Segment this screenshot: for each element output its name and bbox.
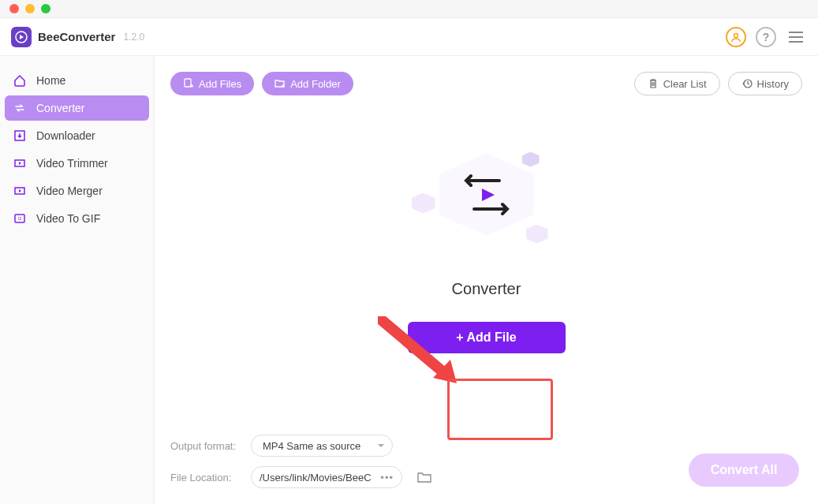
converter-icon: [13, 101, 27, 115]
sidebar-item-downloader[interactable]: Downloader: [5, 123, 149, 148]
sidebar: Home Converter Downloader Video Trimmer …: [0, 56, 155, 504]
titlebar: [0, 0, 818, 18]
gif-icon: G: [13, 211, 27, 226]
app-name: BeeConverter: [38, 30, 115, 43]
merger-icon: [13, 184, 27, 198]
file-location-path: /Users/link/Movies/BeeC: [260, 472, 374, 483]
user-icon: [726, 27, 746, 47]
sidebar-item-label: Converter: [36, 102, 84, 114]
help-icon: ?: [756, 27, 776, 47]
hex-decoration-icon: [526, 225, 548, 244]
annotation-highlight-box: [447, 379, 553, 440]
convert-all-button[interactable]: Convert All: [689, 454, 799, 487]
add-files-button[interactable]: Add Files: [170, 72, 254, 95]
minimize-window-button[interactable]: [25, 4, 35, 13]
clear-list-button[interactable]: Clear List: [634, 72, 720, 95]
help-button[interactable]: ?: [755, 26, 777, 48]
output-format-select[interactable]: MP4 Same as source: [251, 435, 393, 457]
header: BeeConverter 1.2.0 ?: [0, 18, 818, 56]
sidebar-item-merger[interactable]: Video Merger: [5, 178, 149, 203]
svg-marker-1: [20, 35, 24, 39]
menu-button[interactable]: [785, 26, 807, 48]
sidebar-item-gif[interactable]: G Video To GIF: [5, 206, 149, 231]
content-area: Add Files Add Folder Clear List History: [155, 56, 818, 504]
file-location-label: File Location:: [170, 472, 240, 483]
svg-marker-14: [433, 360, 457, 383]
app-logo-icon: [11, 27, 32, 47]
empty-state: Converter + Add File: [155, 95, 818, 435]
folder-icon: [417, 471, 431, 483]
user-account-button[interactable]: [725, 26, 747, 48]
hex-decoration-icon: [522, 152, 540, 167]
svg-text:G: G: [18, 216, 22, 221]
file-location-box: /Users/link/Movies/BeeC •••: [251, 466, 402, 488]
toolbar: Add Files Add Folder Clear List History: [155, 56, 818, 95]
svg-rect-10: [185, 79, 191, 87]
button-label: Clear List: [663, 78, 707, 90]
hamburger-icon: [789, 32, 803, 43]
select-value: MP4 Same as source: [263, 440, 360, 452]
empty-state-heading: Converter: [452, 280, 521, 298]
trimmer-icon: [13, 156, 27, 170]
sidebar-item-home[interactable]: Home: [5, 68, 149, 93]
sidebar-item-label: Video Merger: [36, 185, 103, 197]
sidebar-item-label: Home: [36, 74, 65, 87]
svg-marker-7: [19, 189, 21, 192]
output-format-label: Output format:: [170, 440, 240, 452]
file-plus-icon: [183, 78, 194, 89]
sidebar-item-trimmer[interactable]: Video Trimmer: [5, 151, 149, 176]
close-window-button[interactable]: [9, 4, 19, 13]
svg-marker-13: [482, 189, 495, 201]
sidebar-item-label: Downloader: [36, 129, 95, 142]
open-folder-button[interactable]: [413, 466, 435, 488]
folder-plus-icon: [275, 78, 286, 89]
history-icon: [741, 78, 753, 89]
maximize-window-button[interactable]: [41, 4, 50, 13]
sidebar-item-converter[interactable]: Converter: [5, 95, 149, 121]
hex-main-icon: [439, 154, 534, 236]
home-icon: [13, 73, 27, 88]
app-version: 1.2.0: [123, 32, 144, 43]
hero-graphic: [408, 146, 566, 264]
browse-path-button[interactable]: •••: [380, 472, 394, 483]
downloader-icon: [13, 129, 27, 143]
bottom-bar: Output format: MP4 Same as source File L…: [155, 435, 818, 504]
add-file-button[interactable]: + Add File: [408, 322, 566, 353]
history-button[interactable]: History: [728, 72, 802, 95]
add-folder-button[interactable]: Add Folder: [262, 72, 353, 95]
hex-decoration-icon: [412, 193, 435, 214]
svg-point-2: [734, 33, 738, 37]
button-label: Add Files: [199, 78, 241, 90]
button-label: History: [757, 78, 789, 90]
svg-marker-5: [19, 162, 21, 165]
button-label: Add Folder: [290, 78, 341, 90]
sidebar-item-label: Video To GIF: [36, 212, 100, 225]
trash-icon: [648, 78, 659, 89]
sidebar-item-label: Video Trimmer: [36, 157, 108, 170]
